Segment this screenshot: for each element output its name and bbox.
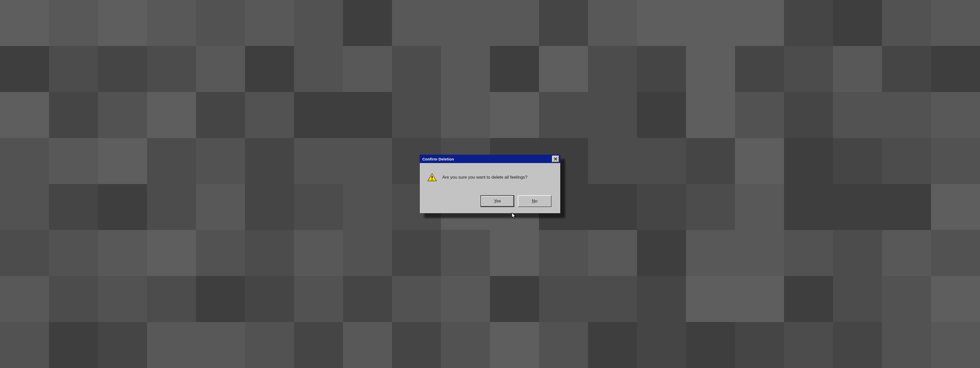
message-row: Are you sure you want to delete all feel… [428,173,552,181]
no-button[interactable]: No [518,195,552,207]
dialog-message: Are you sure you want to delete all feel… [442,175,528,180]
dialog-titlebar[interactable]: Confirm Deletion [420,155,560,163]
dialog-body: Are you sure you want to delete all feel… [420,163,560,213]
cursor-icon [512,213,516,219]
dialog-title: Confirm Deletion [422,157,454,161]
dialog-container: Confirm Deletion Are you sure you want t… [420,155,560,213]
close-icon [554,157,557,160]
dialog-button-row: Yes No [428,195,552,207]
yes-button[interactable]: Yes [480,195,514,207]
no-button-label: No [532,198,538,204]
confirm-deletion-dialog: Confirm Deletion Are you sure you want t… [420,155,560,213]
svg-rect-0 [431,176,433,178]
close-button[interactable] [552,156,559,162]
svg-point-1 [431,179,433,180]
yes-button-label: Yes [494,198,501,204]
warning-icon [428,173,437,181]
